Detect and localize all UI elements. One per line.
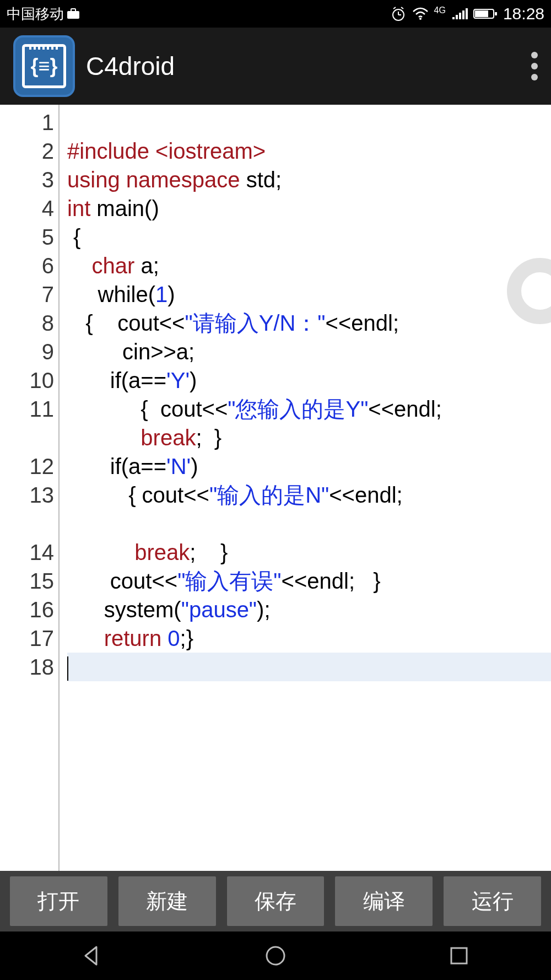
code-line[interactable]: { xyxy=(67,223,551,251)
status-bar: 中国移动 4G 18:28 xyxy=(0,0,551,28)
line-number: 10 xyxy=(0,366,58,395)
code-line[interactable]: if(a=='N') xyxy=(67,452,551,481)
alarm-icon xyxy=(390,6,407,22)
code-line[interactable]: { cout<<"请输入Y/N："<<endl; xyxy=(67,309,551,337)
app-icon xyxy=(13,35,75,97)
line-number: 15 xyxy=(0,567,58,595)
line-number xyxy=(0,509,58,538)
svg-line-6 xyxy=(401,7,403,9)
line-number: 9 xyxy=(0,337,58,366)
line-number: 17 xyxy=(0,624,58,653)
svg-line-5 xyxy=(393,7,396,9)
svg-rect-12 xyxy=(466,8,468,19)
line-number-gutter: 123456789101112131415161718 xyxy=(0,105,60,871)
code-line[interactable] xyxy=(67,509,551,538)
code-content[interactable]: #include <iostream>using namespace std;i… xyxy=(60,105,551,871)
bottom-toolbar: 打开新建保存编译运行 xyxy=(0,871,551,931)
system-nav-bar xyxy=(0,931,551,980)
line-number: 13 xyxy=(0,481,58,509)
signal-icon xyxy=(451,7,468,20)
svg-rect-8 xyxy=(452,17,455,19)
line-number: 6 xyxy=(0,251,58,280)
clock-time: 18:28 xyxy=(503,4,544,23)
save-button[interactable]: 保存 xyxy=(227,876,325,926)
code-line[interactable]: { cout<<"您输入的是Y"<<endl; xyxy=(67,395,551,423)
line-number: 5 xyxy=(0,223,58,251)
nav-home-button[interactable] xyxy=(259,939,292,972)
code-line[interactable]: cout<<"输入有误"<<endl; } xyxy=(67,567,551,595)
line-number: 7 xyxy=(0,280,58,309)
compile-button[interactable]: 编译 xyxy=(335,876,433,926)
nav-back-button[interactable] xyxy=(75,939,109,972)
open-button[interactable]: 打开 xyxy=(10,876,107,926)
svg-point-16 xyxy=(267,947,284,965)
svg-rect-10 xyxy=(459,13,461,19)
network-4g-icon: 4G xyxy=(434,6,446,15)
line-number: 1 xyxy=(0,108,58,137)
line-number xyxy=(0,423,58,452)
svg-rect-9 xyxy=(456,15,458,19)
app-bar: C4droid xyxy=(0,28,551,105)
line-number: 2 xyxy=(0,137,58,165)
nav-recent-button[interactable] xyxy=(442,939,476,972)
code-line[interactable]: char a; xyxy=(67,251,551,280)
svg-rect-1 xyxy=(71,9,75,12)
line-number: 8 xyxy=(0,309,58,337)
line-number: 18 xyxy=(0,653,58,681)
overflow-menu-button[interactable] xyxy=(531,52,538,80)
app-title: C4droid xyxy=(86,51,175,81)
line-number: 3 xyxy=(0,165,58,194)
code-line[interactable]: break; } xyxy=(67,423,551,452)
code-editor[interactable]: 123456789101112131415161718 #include <io… xyxy=(0,105,551,871)
run-button[interactable]: 运行 xyxy=(444,876,541,926)
svg-rect-0 xyxy=(67,11,79,19)
svg-rect-15 xyxy=(495,12,497,15)
svg-rect-17 xyxy=(451,948,467,963)
line-number: 11 xyxy=(0,395,58,423)
line-number: 16 xyxy=(0,595,58,624)
battery-icon xyxy=(473,8,498,20)
briefcase-icon xyxy=(66,8,80,20)
code-line[interactable]: int main() xyxy=(67,194,551,223)
svg-rect-14 xyxy=(475,10,488,17)
wifi-icon xyxy=(412,7,429,20)
code-line[interactable]: #include <iostream> xyxy=(67,137,551,165)
code-line[interactable]: using namespace std; xyxy=(67,165,551,194)
code-line[interactable]: cin>>a; xyxy=(67,337,551,366)
code-line[interactable]: return 0;} xyxy=(67,624,551,653)
code-line[interactable]: break; } xyxy=(67,538,551,567)
code-line[interactable]: while(1) xyxy=(67,280,551,309)
svg-point-7 xyxy=(419,18,422,20)
code-line[interactable]: system("pause"); xyxy=(67,595,551,624)
new-button[interactable]: 新建 xyxy=(118,876,216,926)
line-number: 14 xyxy=(0,538,58,567)
code-line[interactable] xyxy=(67,108,551,137)
line-number: 12 xyxy=(0,452,58,481)
code-line[interactable] xyxy=(67,653,551,681)
code-line[interactable]: { cout<<"输入的是N"<<endl; xyxy=(67,481,551,509)
carrier-label: 中国移动 xyxy=(7,4,64,24)
code-line[interactable]: if(a=='Y') xyxy=(67,366,551,395)
line-number: 4 xyxy=(0,194,58,223)
svg-rect-11 xyxy=(462,10,464,19)
